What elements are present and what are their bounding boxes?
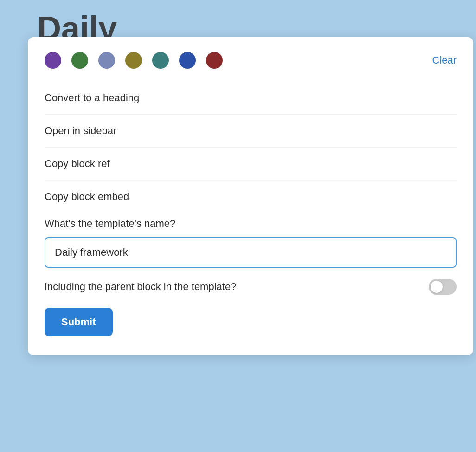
toggle-slider bbox=[429, 279, 457, 295]
color-dot-teal[interactable] bbox=[152, 52, 169, 69]
color-dots bbox=[45, 52, 223, 69]
color-dot-green[interactable] bbox=[71, 52, 88, 69]
color-dot-purple[interactable] bbox=[45, 52, 61, 69]
menu-item-3[interactable]: Copy block embed bbox=[45, 181, 457, 213]
color-dot-navy-blue[interactable] bbox=[179, 52, 196, 69]
menu-item-1[interactable]: Open in sidebar bbox=[45, 115, 457, 148]
color-row: Clear bbox=[45, 52, 457, 69]
menu-item-2[interactable]: Copy block ref bbox=[45, 148, 457, 181]
color-dot-dark-red[interactable] bbox=[206, 52, 223, 69]
parent-block-row: Including the parent block in the templa… bbox=[45, 279, 457, 295]
clear-button[interactable]: Clear bbox=[432, 54, 457, 66]
template-name-input[interactable] bbox=[45, 237, 457, 268]
template-section: What's the template's name? bbox=[45, 218, 457, 268]
color-dot-olive[interactable] bbox=[125, 52, 142, 69]
parent-block-toggle[interactable] bbox=[429, 279, 457, 295]
parent-block-label: Including the parent block in the templa… bbox=[45, 281, 236, 293]
menu-item-0[interactable]: Convert to a heading bbox=[45, 82, 457, 115]
menu-list: Convert to a headingOpen in sidebarCopy … bbox=[45, 82, 457, 213]
modal: Clear Convert to a headingOpen in sideba… bbox=[28, 37, 473, 355]
color-dot-slate-blue[interactable] bbox=[98, 52, 115, 69]
submit-button[interactable]: Submit bbox=[45, 308, 113, 336]
template-label: What's the template's name? bbox=[45, 218, 457, 230]
